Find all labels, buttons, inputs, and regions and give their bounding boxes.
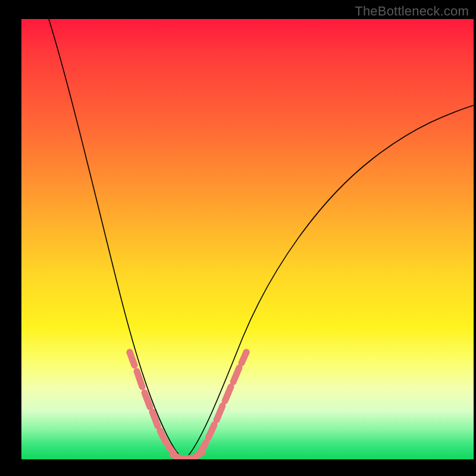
highlight-dot <box>127 349 133 356</box>
chart-svg <box>21 19 474 459</box>
watermark-text: TheBottleneck.com <box>355 4 469 19</box>
highlight-dot <box>243 349 250 356</box>
plot-area <box>21 19 474 459</box>
right-curve <box>185 105 474 459</box>
highlight-right <box>200 352 246 453</box>
left-curve <box>49 19 185 459</box>
chart-frame: TheBottleneck.com <box>0 0 476 476</box>
highlight-left <box>130 352 174 453</box>
